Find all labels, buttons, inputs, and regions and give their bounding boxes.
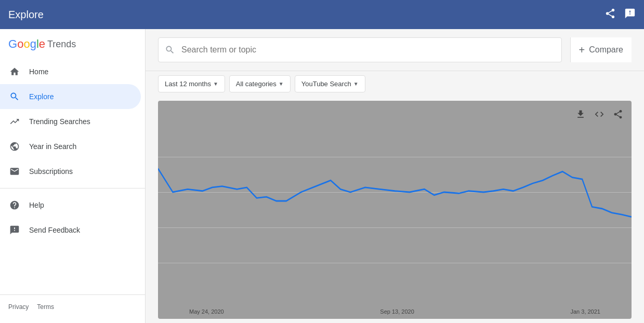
share-icon[interactable] [604, 8, 616, 22]
logo-o-red: o [17, 37, 23, 51]
trends-label: Trends [47, 39, 76, 50]
sidebar-item-home-label: Home [29, 68, 48, 76]
compare-plus-icon: + [579, 44, 585, 56]
sidebar-item-home[interactable]: Home [0, 59, 141, 84]
sidebar-nav: Home Explore Trending Searches [0, 55, 145, 294]
category-arrow: ▼ [279, 81, 284, 87]
chart-svg [158, 122, 632, 298]
sidebar: Google Trends Home Explore [0, 29, 146, 323]
sidebar-item-subscriptions[interactable]: Subscriptions [0, 159, 141, 184]
content-area: + Compare Last 12 months ▼ All categorie… [146, 29, 644, 323]
chart-x-labels: May 24, 2020 Sep 13, 2020 Jan 3, 2021 [158, 308, 632, 315]
terms-link[interactable]: Terms [37, 303, 54, 311]
x-label-3: Jan 3, 2021 [570, 308, 600, 315]
page-title: Explore [8, 9, 44, 21]
logo-g-blue2: g [30, 37, 36, 51]
trending-icon [8, 115, 21, 128]
sidebar-item-feedback[interactable]: Send Feedback [0, 218, 141, 243]
sidebar-item-trending-label: Trending Searches [29, 117, 90, 126]
search-type-arrow: ▼ [353, 81, 359, 87]
logo-g-blue: G [8, 37, 17, 51]
globe-icon [8, 140, 21, 153]
google-logo: Google Trends [8, 37, 76, 51]
sidebar-footer: Privacy Terms [0, 294, 145, 323]
x-label-2: Sep 13, 2020 [380, 308, 414, 315]
feedback-nav-icon [8, 224, 21, 236]
sidebar-item-help[interactable]: Help [0, 193, 141, 218]
category-label: All categories [236, 80, 277, 88]
main-layout: Google Trends Home Explore [0, 29, 644, 323]
email-icon [8, 165, 21, 178]
search-input[interactable] [181, 45, 555, 55]
search-box-container [158, 37, 562, 62]
time-range-label: Last 12 months [165, 80, 211, 88]
sidebar-item-explore[interactable]: Explore [0, 84, 141, 109]
compare-button[interactable]: + Compare [570, 37, 632, 62]
sidebar-item-help-label: Help [29, 201, 44, 209]
compare-label: Compare [589, 45, 623, 55]
top-bar-actions [604, 8, 636, 22]
search-type-filter[interactable]: YouTube Search ▼ [295, 75, 365, 92]
sidebar-item-subscriptions-label: Subscriptions [29, 167, 73, 176]
nav-divider [0, 188, 145, 189]
top-bar: Explore [0, 0, 644, 29]
privacy-link[interactable]: Privacy [8, 303, 29, 311]
sidebar-item-feedback-label: Send Feedback [29, 226, 80, 234]
category-filter[interactable]: All categories ▼ [229, 75, 291, 92]
filter-bar: Last 12 months ▼ All categories ▼ YouTub… [146, 71, 644, 97]
footer-links: Privacy Terms [0, 299, 145, 315]
search-icon [8, 90, 21, 103]
sidebar-item-trending[interactable]: Trending Searches [0, 109, 141, 134]
search-type-label: YouTube Search [301, 80, 351, 88]
time-range-arrow: ▼ [213, 81, 218, 87]
logo-o-yellow: o [23, 37, 30, 51]
sidebar-item-year-label: Year in Search [29, 142, 76, 151]
logo-area: Google Trends [0, 29, 145, 55]
x-label-1: May 24, 2020 [189, 308, 224, 315]
chart-container: May 24, 2020 Sep 13, 2020 Jan 3, 2021 [158, 101, 632, 319]
help-icon [8, 199, 21, 211]
sidebar-item-year[interactable]: Year in Search [0, 134, 141, 159]
sidebar-item-explore-label: Explore [29, 92, 54, 101]
home-icon [8, 65, 21, 78]
logo-e-red: e [39, 37, 45, 51]
search-area: + Compare [146, 29, 644, 71]
feedback-icon[interactable] [624, 8, 636, 22]
time-range-filter[interactable]: Last 12 months ▼ [158, 75, 225, 92]
search-box-icon [165, 45, 175, 55]
